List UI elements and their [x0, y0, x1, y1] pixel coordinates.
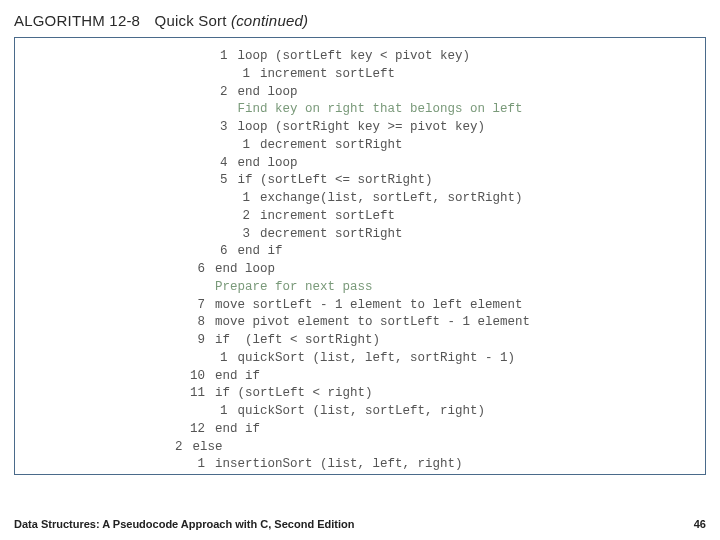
code-line: Prepare for next pass: [25, 279, 695, 297]
code-text: if (sortLeft < right): [215, 385, 695, 403]
code-line: 1exchange(list, sortLeft, sortRight): [25, 190, 695, 208]
code-text: quickSort (list, sortLeft, right): [238, 403, 695, 421]
line-number: 2: [25, 84, 228, 102]
line-number: 1: [25, 350, 228, 368]
code-line: 3end if: [25, 474, 695, 475]
code-line: 8move pivot element to sortLeft - 1 elem…: [25, 314, 695, 332]
code-line: 1quickSort (list, left, sortRight - 1): [25, 350, 695, 368]
line-number: 11: [25, 385, 205, 403]
slide-footer: Data Structures: A Pseudocode Approach w…: [14, 518, 706, 530]
line-number: 8: [25, 314, 205, 332]
code-text: end loop: [238, 155, 695, 173]
code-text: move pivot element to sortLeft - 1 eleme…: [215, 314, 695, 332]
code-comment: Find key on right that belongs on left: [238, 101, 695, 119]
code-line: 7move sortLeft - 1 element to left eleme…: [25, 297, 695, 315]
code-line: 11if (sortLeft < right): [25, 385, 695, 403]
algorithm-title: Quick Sort: [155, 12, 227, 29]
code-comment: Prepare for next pass: [215, 279, 695, 297]
line-number: 1: [25, 66, 250, 84]
line-number: 3: [25, 226, 250, 244]
line-number: [25, 101, 228, 119]
line-number: 1: [25, 403, 228, 421]
line-number: 3: [25, 119, 228, 137]
page-number: 46: [694, 518, 706, 530]
code-text: increment sortLeft: [260, 208, 695, 226]
line-number: 3: [25, 474, 183, 475]
code-text: decrement sortRight: [260, 226, 695, 244]
code-line: 9if (left < sortRight): [25, 332, 695, 350]
code-line: 3decrement sortRight: [25, 226, 695, 244]
line-number: 6: [25, 243, 228, 261]
code-text: quickSort (list, left, sortRight - 1): [238, 350, 695, 368]
code-line: 6end if: [25, 243, 695, 261]
code-line: 1loop (sortLeft key < pivot key): [25, 48, 695, 66]
slide-page: ALGORITHM 12-8 Quick Sort (continued) 1l…: [0, 0, 720, 540]
book-title: Data Structures: A Pseudocode Approach w…: [14, 518, 354, 530]
code-text: loop (sortRight key >= pivot key): [238, 119, 695, 137]
code-text: insertionSort (list, left, right): [215, 456, 695, 474]
code-line: 10end if: [25, 368, 695, 386]
code-text: move sortLeft - 1 element to left elemen…: [215, 297, 695, 315]
line-number: 1: [25, 137, 250, 155]
line-number: 12: [25, 421, 205, 439]
code-text: loop (sortLeft key < pivot key): [238, 48, 695, 66]
code-line: 1insertionSort (list, left, right): [25, 456, 695, 474]
code-text: decrement sortRight: [260, 137, 695, 155]
code-line: 1decrement sortRight: [25, 137, 695, 155]
code-line: 1quickSort (list, sortLeft, right): [25, 403, 695, 421]
algorithm-header: ALGORITHM 12-8 Quick Sort (continued): [0, 0, 720, 37]
code-text: end if: [215, 368, 695, 386]
code-text: end if: [215, 421, 695, 439]
algorithm-label: ALGORITHM 12-8: [14, 12, 140, 29]
code-line: 12end if: [25, 421, 695, 439]
code-line: 1increment sortLeft: [25, 66, 695, 84]
line-number: 2: [25, 439, 183, 457]
code-text: else: [193, 439, 695, 457]
line-number: 1: [25, 190, 250, 208]
code-text: end if: [193, 474, 695, 475]
code-line: 5if (sortLeft <= sortRight): [25, 172, 695, 190]
line-number: [25, 279, 205, 297]
code-text: if (sortLeft <= sortRight): [238, 172, 695, 190]
line-number: 5: [25, 172, 228, 190]
code-line: 3loop (sortRight key >= pivot key): [25, 119, 695, 137]
code-text: end if: [238, 243, 695, 261]
code-line: 4end loop: [25, 155, 695, 173]
code-text: increment sortLeft: [260, 66, 695, 84]
code-text: if (left < sortRight): [215, 332, 695, 350]
line-number: 1: [25, 48, 228, 66]
line-number: 1: [25, 456, 205, 474]
line-number: 10: [25, 368, 205, 386]
code-text: exchange(list, sortLeft, sortRight): [260, 190, 695, 208]
pseudocode-box: 1loop (sortLeft key < pivot key)1increme…: [14, 37, 706, 475]
line-number: 7: [25, 297, 205, 315]
line-number: 9: [25, 332, 205, 350]
code-line: Find key on right that belongs on left: [25, 101, 695, 119]
code-line: 2else: [25, 439, 695, 457]
line-number: 6: [25, 261, 205, 279]
code-text: end loop: [215, 261, 695, 279]
line-number: 2: [25, 208, 250, 226]
code-text: end loop: [238, 84, 695, 102]
algorithm-continued: (continued): [231, 12, 308, 29]
line-number: 4: [25, 155, 228, 173]
code-line: 2end loop: [25, 84, 695, 102]
code-line: 6end loop: [25, 261, 695, 279]
code-line: 2increment sortLeft: [25, 208, 695, 226]
